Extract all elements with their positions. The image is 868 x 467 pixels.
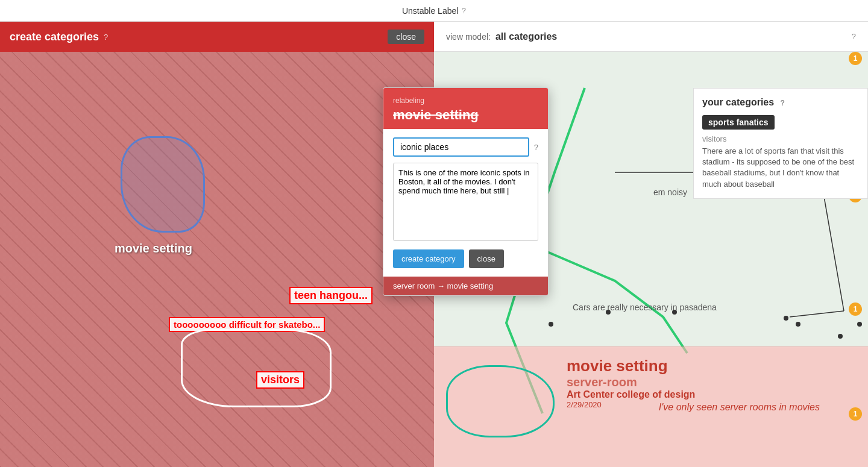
create-category-button[interactable]: create category	[393, 249, 464, 268]
top-bar: Unstable Label ?	[0, 0, 868, 22]
category-name-input[interactable]	[393, 137, 529, 157]
modal-close-button[interactable]: close	[469, 249, 504, 268]
modal-body: ? This is one of the more iconic spots i…	[383, 129, 548, 277]
modal-title: movie setting	[393, 107, 538, 123]
modal-overlay: relabeling movie setting ? This is one o…	[0, 0, 868, 467]
category-input-row: ?	[393, 137, 538, 157]
category-description-textarea[interactable]: This is one of the more iconic spots in …	[393, 163, 538, 241]
unstable-label: Unstable Label	[402, 6, 458, 16]
modal-actions: create category close	[393, 249, 538, 268]
modal-footer: server room → movie setting	[383, 277, 548, 295]
relabeling-label: relabeling	[393, 96, 538, 105]
relabeling-modal: relabeling movie setting ? This is one o…	[383, 87, 549, 296]
modal-header: relabeling movie setting	[383, 88, 548, 129]
topbar-help-icon[interactable]: ?	[462, 7, 466, 15]
input-help-icon[interactable]: ?	[534, 143, 538, 152]
modal-footer-text: server room → movie setting	[393, 281, 493, 290]
